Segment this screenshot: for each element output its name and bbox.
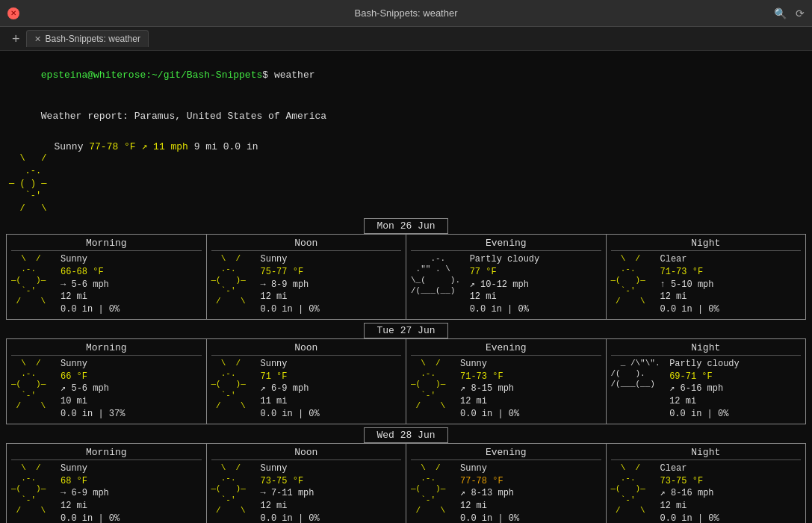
day-section-tue: Tue 27 Jun Morning \ / .-. ‒( )‒ `-' / \…	[6, 323, 806, 424]
day-section-mon: Mon 26 Jun Morning \ / .-. ‒( )‒ `-' / \…	[6, 218, 806, 320]
weather-report-header: Weather report: Paramus, United States o…	[6, 96, 806, 137]
day-section-wed: Wed 28 Jun Morning \ / .-. ‒( )‒ `-' / \…	[6, 427, 806, 523]
new-tab-button[interactable]: +	[6, 32, 26, 46]
cell-wed-morning: Morning \ / .-. ‒( )‒ `-' / \ Sunny 68 °…	[7, 444, 207, 523]
cell-mon-night: Night \ / .-. ‒( )‒ `-' / \ Clear 71-73 …	[607, 235, 807, 320]
cell-wed-night: Night \ / .-. ‒( )‒ `-' / \ Clear 73-75 …	[607, 444, 807, 523]
tab-bar: + ✕ Bash-Snippets: weather	[0, 27, 812, 51]
history-icon[interactable]: ⟳	[796, 7, 805, 19]
day-header-mon: Mon 26 Jun	[364, 218, 447, 234]
current-weather-ascii: \ / .-. ― ( ) ― `-' / \	[9, 140, 46, 215]
tab-close-icon[interactable]: ✕	[34, 34, 41, 44]
cell-wed-noon: Noon \ / .-. ‒( )‒ `-' / \ Sunny 73-75 °…	[207, 444, 407, 523]
tab-label: Bash-Snippets: weather	[46, 34, 140, 44]
weather-grid-wed: Morning \ / .-. ‒( )‒ `-' / \ Sunny 68 °…	[6, 443, 806, 523]
close-button[interactable]: ✕	[7, 7, 19, 19]
terminal: epsteina@whiterose:~/git/Bash-Snippets$ …	[0, 51, 812, 523]
cell-mon-noon: Noon \ / .-. ‒( )‒ `-' / \ Sunny 75-77 °…	[207, 235, 407, 320]
title-bar: ✕ Bash-Snippets: weather 🔍 ⟳	[0, 0, 812, 27]
title-bar-right-controls: 🔍 ⟳	[774, 7, 805, 19]
day-header-tue: Tue 27 Jun	[364, 323, 447, 338]
prompt-line-1: epsteina@whiterose:~/git/Bash-Snippets$ …	[6, 55, 806, 96]
cell-mon-evening: Evening .-. ."" . \ \_( ). /(___(__) Par…	[406, 235, 607, 320]
weather-grid-tue: Morning \ / .-. ‒( )‒ `-' / \ Sunny 66 °…	[6, 338, 806, 424]
cell-tue-noon: Noon \ / .-. ‒( )‒ `-' / \ Sunny 71 °F ↗…	[207, 339, 407, 424]
tab-item-weather[interactable]: ✕ Bash-Snippets: weather	[26, 30, 149, 47]
current-weather-info: Sunny 77-78 °F ↗ 11 mph 9 mi 0.0 in	[54, 140, 258, 215]
cell-tue-night: Night _ /\"\". /( ). /(___(__) Partly cl…	[607, 339, 807, 424]
window-title: Bash-Snippets: weather	[354, 7, 457, 19]
cell-tue-evening: Evening \ / .-. ‒( )‒ `-' / \ Sunny 71-7…	[406, 339, 607, 424]
day-header-wed: Wed 28 Jun	[364, 427, 447, 443]
weather-grid-mon: Morning \ / .-. ‒( )‒ `-' / \ Sunny 66-6…	[6, 234, 806, 320]
window-controls: ✕	[7, 7, 19, 19]
cell-tue-morning: Morning \ / .-. ‒( )‒ `-' / \ Sunny 66 °…	[7, 339, 207, 424]
cell-mon-morning: Morning \ / .-. ‒( )‒ `-' / \ Sunny 66-6…	[7, 235, 207, 320]
cell-wed-evening: Evening \ / .-. ‒( )‒ `-' / \ Sunny 77-7…	[406, 444, 607, 523]
search-icon[interactable]: 🔍	[774, 7, 787, 19]
